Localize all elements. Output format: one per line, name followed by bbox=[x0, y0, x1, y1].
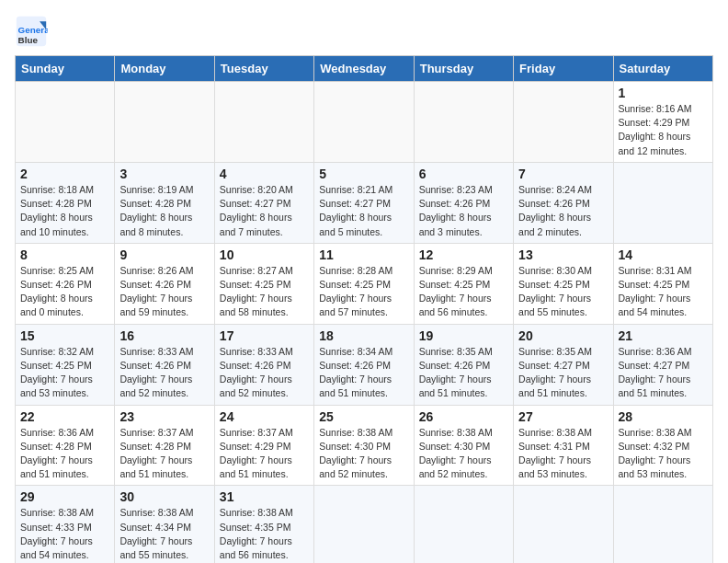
calendar-cell: 9Sunrise: 8:26 AMSunset: 4:26 PMDaylight… bbox=[115, 243, 214, 324]
day-number: 5 bbox=[319, 167, 408, 181]
calendar-cell: 1Sunrise: 8:16 AMSunset: 4:29 PMDaylight… bbox=[613, 82, 712, 163]
day-number: 9 bbox=[119, 247, 209, 262]
day-info: Sunrise: 8:35 AMSunset: 4:26 PMDaylight:… bbox=[419, 345, 508, 401]
day-info: Sunrise: 8:28 AMSunset: 4:25 PMDaylight:… bbox=[319, 264, 408, 320]
day-number: 22 bbox=[20, 409, 109, 424]
day-number: 25 bbox=[319, 409, 408, 424]
day-number: 28 bbox=[619, 409, 708, 424]
day-number: 30 bbox=[119, 489, 209, 504]
dow-header-monday: Monday bbox=[115, 56, 214, 82]
calendar-cell: 4Sunrise: 8:20 AMSunset: 4:27 PMDaylight… bbox=[214, 162, 313, 243]
day-info: Sunrise: 8:27 AMSunset: 4:25 PMDaylight:… bbox=[220, 264, 309, 320]
day-number: 13 bbox=[518, 247, 608, 262]
calendar-cell: 18Sunrise: 8:34 AMSunset: 4:26 PMDayligh… bbox=[314, 324, 414, 405]
calendar-cell: 27Sunrise: 8:38 AMSunset: 4:31 PMDayligh… bbox=[514, 405, 613, 486]
day-info: Sunrise: 8:20 AMSunset: 4:27 PMDaylight:… bbox=[220, 183, 309, 239]
dow-header-thursday: Thursday bbox=[414, 56, 513, 82]
svg-text:Blue: Blue bbox=[18, 35, 39, 45]
day-info: Sunrise: 8:24 AMSunset: 4:26 PMDaylight:… bbox=[518, 183, 608, 239]
day-info: Sunrise: 8:36 AMSunset: 4:28 PMDaylight:… bbox=[20, 426, 109, 482]
day-number: 20 bbox=[518, 328, 608, 343]
day-number: 6 bbox=[419, 167, 508, 181]
calendar-cell: 29Sunrise: 8:38 AMSunset: 4:33 PMDayligh… bbox=[16, 486, 115, 563]
calendar-cell: 26Sunrise: 8:38 AMSunset: 4:30 PMDayligh… bbox=[414, 405, 513, 486]
day-info: Sunrise: 8:29 AMSunset: 4:25 PMDaylight:… bbox=[419, 264, 508, 320]
calendar-cell: 12Sunrise: 8:29 AMSunset: 4:25 PMDayligh… bbox=[414, 243, 513, 324]
day-number: 8 bbox=[20, 247, 109, 262]
calendar-cell bbox=[613, 486, 712, 563]
calendar-cell bbox=[214, 82, 313, 163]
day-info: Sunrise: 8:38 AMSunset: 4:35 PMDaylight:… bbox=[220, 506, 309, 562]
dow-header-sunday: Sunday bbox=[16, 56, 115, 82]
day-number: 31 bbox=[220, 489, 309, 504]
day-info: Sunrise: 8:18 AMSunset: 4:28 PMDaylight:… bbox=[20, 183, 109, 239]
calendar-cell: 6Sunrise: 8:23 AMSunset: 4:26 PMDaylight… bbox=[414, 162, 513, 243]
day-info: Sunrise: 8:26 AMSunset: 4:26 PMDaylight:… bbox=[119, 264, 209, 320]
svg-text:General: General bbox=[18, 25, 48, 35]
page-header: General Blue bbox=[15, 15, 713, 48]
day-number: 19 bbox=[419, 328, 508, 343]
calendar-cell: 3Sunrise: 8:19 AMSunset: 4:28 PMDaylight… bbox=[115, 162, 214, 243]
day-info: Sunrise: 8:37 AMSunset: 4:28 PMDaylight:… bbox=[119, 426, 209, 482]
calendar-cell bbox=[16, 82, 115, 163]
week-row-1: 2Sunrise: 8:18 AMSunset: 4:28 PMDaylight… bbox=[16, 162, 713, 243]
day-info: Sunrise: 8:19 AMSunset: 4:28 PMDaylight:… bbox=[119, 183, 209, 239]
day-number: 21 bbox=[619, 328, 708, 343]
day-number: 12 bbox=[419, 247, 508, 262]
calendar-cell: 15Sunrise: 8:32 AMSunset: 4:25 PMDayligh… bbox=[16, 324, 115, 405]
calendar-cell bbox=[414, 486, 513, 563]
calendar-cell bbox=[115, 82, 214, 163]
week-row-4: 22Sunrise: 8:36 AMSunset: 4:28 PMDayligh… bbox=[16, 405, 713, 486]
week-row-2: 8Sunrise: 8:25 AMSunset: 4:26 PMDaylight… bbox=[16, 243, 713, 324]
day-number: 27 bbox=[518, 409, 608, 424]
calendar-cell: 10Sunrise: 8:27 AMSunset: 4:25 PMDayligh… bbox=[214, 243, 313, 324]
day-number: 10 bbox=[220, 247, 309, 262]
calendar-cell: 13Sunrise: 8:30 AMSunset: 4:25 PMDayligh… bbox=[514, 243, 613, 324]
dow-header-wednesday: Wednesday bbox=[314, 56, 414, 82]
day-info: Sunrise: 8:34 AMSunset: 4:26 PMDaylight:… bbox=[319, 345, 408, 401]
day-info: Sunrise: 8:35 AMSunset: 4:27 PMDaylight:… bbox=[518, 345, 608, 401]
calendar-cell: 24Sunrise: 8:37 AMSunset: 4:29 PMDayligh… bbox=[214, 405, 313, 486]
calendar-cell: 14Sunrise: 8:31 AMSunset: 4:25 PMDayligh… bbox=[613, 243, 712, 324]
day-number: 14 bbox=[619, 247, 708, 262]
day-number: 16 bbox=[119, 328, 209, 343]
calendar-cell: 7Sunrise: 8:24 AMSunset: 4:26 PMDaylight… bbox=[514, 162, 613, 243]
day-info: Sunrise: 8:33 AMSunset: 4:26 PMDaylight:… bbox=[220, 345, 309, 401]
calendar-cell: 21Sunrise: 8:36 AMSunset: 4:27 PMDayligh… bbox=[613, 324, 712, 405]
calendar-cell: 11Sunrise: 8:28 AMSunset: 4:25 PMDayligh… bbox=[314, 243, 414, 324]
calendar-cell: 28Sunrise: 8:38 AMSunset: 4:32 PMDayligh… bbox=[613, 405, 712, 486]
calendar-cell: 23Sunrise: 8:37 AMSunset: 4:28 PMDayligh… bbox=[115, 405, 214, 486]
day-info: Sunrise: 8:38 AMSunset: 4:34 PMDaylight:… bbox=[119, 506, 209, 562]
day-info: Sunrise: 8:36 AMSunset: 4:27 PMDaylight:… bbox=[619, 345, 708, 401]
day-number: 3 bbox=[119, 167, 209, 181]
day-number: 23 bbox=[119, 409, 209, 424]
day-info: Sunrise: 8:23 AMSunset: 4:26 PMDaylight:… bbox=[419, 183, 508, 239]
day-info: Sunrise: 8:38 AMSunset: 4:33 PMDaylight:… bbox=[20, 506, 109, 562]
day-number: 26 bbox=[419, 409, 508, 424]
week-row-0: 1Sunrise: 8:16 AMSunset: 4:29 PMDaylight… bbox=[16, 82, 713, 163]
day-number: 18 bbox=[319, 328, 408, 343]
day-info: Sunrise: 8:21 AMSunset: 4:27 PMDaylight:… bbox=[319, 183, 408, 239]
day-number: 4 bbox=[220, 167, 309, 181]
calendar-cell bbox=[314, 82, 414, 163]
day-info: Sunrise: 8:32 AMSunset: 4:25 PMDaylight:… bbox=[20, 345, 109, 401]
calendar-cell bbox=[613, 162, 712, 243]
calendar-cell: 31Sunrise: 8:38 AMSunset: 4:35 PMDayligh… bbox=[214, 486, 313, 563]
day-info: Sunrise: 8:25 AMSunset: 4:26 PMDaylight:… bbox=[20, 264, 109, 320]
calendar-cell bbox=[514, 82, 613, 163]
week-row-3: 15Sunrise: 8:32 AMSunset: 4:25 PMDayligh… bbox=[16, 324, 713, 405]
calendar-cell: 25Sunrise: 8:38 AMSunset: 4:30 PMDayligh… bbox=[314, 405, 414, 486]
logo-icon: General Blue bbox=[15, 15, 48, 48]
day-info: Sunrise: 8:38 AMSunset: 4:30 PMDaylight:… bbox=[319, 426, 408, 482]
day-number: 1 bbox=[619, 86, 708, 100]
day-number: 11 bbox=[319, 247, 408, 262]
day-number: 24 bbox=[220, 409, 309, 424]
day-number: 29 bbox=[20, 489, 109, 504]
calendar-cell: 19Sunrise: 8:35 AMSunset: 4:26 PMDayligh… bbox=[414, 324, 513, 405]
day-info: Sunrise: 8:37 AMSunset: 4:29 PMDaylight:… bbox=[220, 426, 309, 482]
days-of-week-row: SundayMondayTuesdayWednesdayThursdayFrid… bbox=[16, 56, 713, 82]
dow-header-saturday: Saturday bbox=[613, 56, 712, 82]
day-info: Sunrise: 8:31 AMSunset: 4:25 PMDaylight:… bbox=[619, 264, 708, 320]
calendar-cell: 8Sunrise: 8:25 AMSunset: 4:26 PMDaylight… bbox=[16, 243, 115, 324]
calendar-cell bbox=[314, 486, 414, 563]
